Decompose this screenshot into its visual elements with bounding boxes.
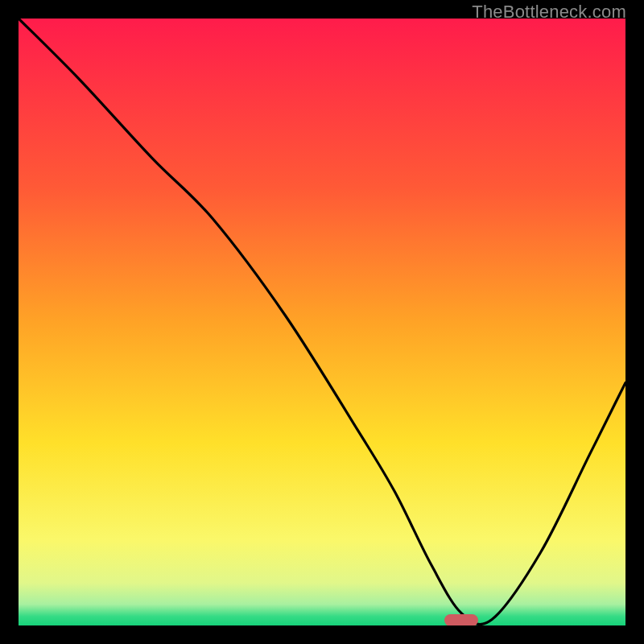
plot-area (19, 19, 625, 625)
bottleneck-curve (19, 19, 625, 625)
optimal-marker (444, 614, 478, 625)
chart-frame: TheBottleneck.com (0, 0, 644, 644)
watermark-text: TheBottleneck.com (472, 2, 626, 23)
